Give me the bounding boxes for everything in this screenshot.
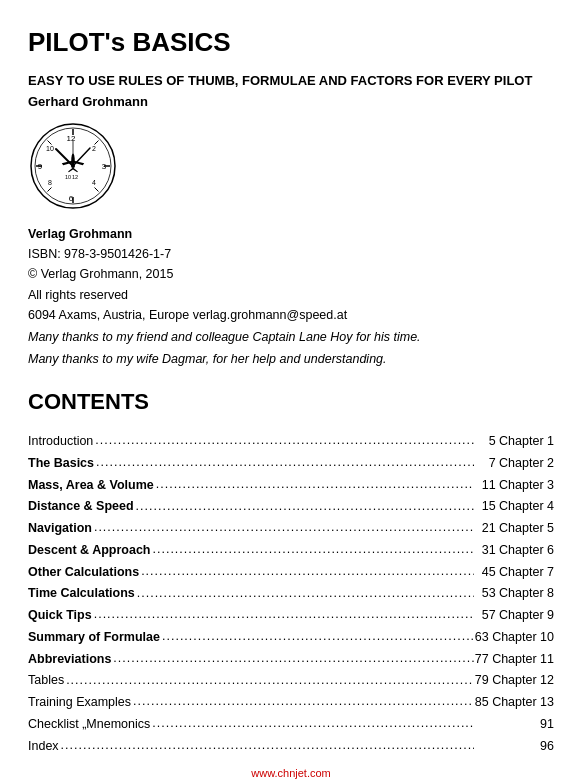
toc-entry-name: Index <box>28 737 59 755</box>
toc-dots: ........................................… <box>64 671 474 690</box>
author: Gerhard Grohmann <box>28 93 554 112</box>
toc-entry-name: Navigation <box>28 519 92 537</box>
toc-dots: ........................................… <box>150 714 474 733</box>
toc-page-number: 7 Chapter 2 <box>474 454 554 472</box>
toc-page-number: 31 Chapter 6 <box>474 541 554 559</box>
toc-entry-name: Introduction <box>28 432 93 450</box>
toc-entry-name: Quick Tips <box>28 606 92 624</box>
footer-url: www.chnjet.com <box>28 766 554 779</box>
svg-text:8: 8 <box>48 179 52 186</box>
toc-page-number: 79 Chapter 12 <box>474 671 554 689</box>
toc-dots: ........................................… <box>154 475 474 494</box>
toc-entry-name: Other Calculations <box>28 563 139 581</box>
toc-item: Abbreviations...........................… <box>28 647 554 669</box>
toc-item: Index...................................… <box>28 734 554 756</box>
toc-page-number: 45 Chapter 7 <box>474 563 554 581</box>
toc-dots: ........................................… <box>160 627 474 646</box>
toc-entry-name: Abbreviations <box>28 650 111 668</box>
svg-text:3: 3 <box>102 162 107 171</box>
toc-page-number: 63 Chapter 10 <box>474 628 554 646</box>
toc-item: Tables..................................… <box>28 669 554 691</box>
toc-dots: ........................................… <box>111 649 474 668</box>
svg-text:4: 4 <box>92 179 96 186</box>
toc-dots: ........................................… <box>92 518 474 537</box>
svg-text:9: 9 <box>38 162 43 171</box>
publisher-copyright: © Verlag Grohmann, 2015 <box>28 265 554 283</box>
svg-text:10: 10 <box>46 145 54 152</box>
svg-text:2: 2 <box>92 145 96 152</box>
toc-dots: ........................................… <box>139 562 474 581</box>
toc-page-number: 91 <box>474 715 554 733</box>
svg-point-26 <box>71 164 75 168</box>
toc-dots: ........................................… <box>94 453 474 472</box>
toc-entry-name: The Basics <box>28 454 94 472</box>
toc-page-number: 96 <box>474 737 554 755</box>
toc-dots: ........................................… <box>93 431 474 450</box>
toc-item: Checklist „Mnemonics....................… <box>28 713 554 735</box>
toc-page-number: 21 Chapter 5 <box>474 519 554 537</box>
toc-entry-name: Training Examples <box>28 693 131 711</box>
toc-dots: ........................................… <box>135 584 474 603</box>
publisher-isbn: ISBN: 978-3-9501426-1-7 <box>28 245 554 263</box>
toc-item: Distance & Speed........................… <box>28 495 554 517</box>
publisher-rights: All rights reserved <box>28 286 554 304</box>
toc-item: Mass, Area & Volume.....................… <box>28 473 554 495</box>
toc-dots: ........................................… <box>59 736 474 755</box>
clock-icon: 12 6 9 3 10 2 8 4 10 12 <box>28 121 118 211</box>
publisher-name: Verlag Grohmann <box>28 225 554 243</box>
logo-area: 12 6 9 3 10 2 8 4 10 12 <box>28 121 554 217</box>
svg-text:12: 12 <box>67 134 76 143</box>
toc-item: Other Calculations......................… <box>28 560 554 582</box>
toc-entry-name: Distance & Speed <box>28 497 134 515</box>
toc-item: Navigation..............................… <box>28 517 554 539</box>
toc-page-number: 53 Chapter 8 <box>474 584 554 602</box>
toc-item: Descent & Approach......................… <box>28 539 554 561</box>
toc-item: Time Calculations.......................… <box>28 582 554 604</box>
toc-item: Summary of Formulae.....................… <box>28 626 554 648</box>
toc-dots: ........................................… <box>150 540 474 559</box>
book-title: PILOT's BASICS <box>28 24 554 62</box>
toc-entry-name: Summary of Formulae <box>28 628 160 646</box>
toc-item: Introduction............................… <box>28 430 554 452</box>
toc-entry-name: Checklist „Mnemonics <box>28 715 150 733</box>
toc-item: The Basics..............................… <box>28 452 554 474</box>
toc-page-number: 5 Chapter 1 <box>474 432 554 450</box>
toc-entry-name: Tables <box>28 671 64 689</box>
svg-text:10: 10 <box>65 174 71 180</box>
publisher-address: 6094 Axams, Austria, Europe verlag.grohm… <box>28 306 554 324</box>
toc-entry-name: Descent & Approach <box>28 541 150 559</box>
svg-text:6: 6 <box>69 194 74 203</box>
toc-page-number: 57 Chapter 9 <box>474 606 554 624</box>
acknowledgement-1: Many thanks to my friend and colleague C… <box>28 328 554 346</box>
toc-item: Training Examples.......................… <box>28 691 554 713</box>
acknowledgement-2: Many thanks to my wife Dagmar, for her h… <box>28 350 554 368</box>
toc-item: Quick Tips..............................… <box>28 604 554 626</box>
contents-title: CONTENTS <box>28 386 554 418</box>
toc-dots: ........................................… <box>134 497 474 516</box>
toc-entry-name: Time Calculations <box>28 584 135 602</box>
toc-dots: ........................................… <box>92 605 474 624</box>
toc-page-number: 11 Chapter 3 <box>474 476 554 494</box>
toc-page-number: 77 Chapter 11 <box>474 650 554 668</box>
toc-dots: ........................................… <box>131 692 474 711</box>
toc-container: Introduction............................… <box>28 430 554 756</box>
subtitle: EASY TO USE RULES OF THUMB, FORMULAE AND… <box>28 72 554 91</box>
svg-text:12: 12 <box>72 174 78 180</box>
toc-page-number: 15 Chapter 4 <box>474 497 554 515</box>
toc-page-number: 85 Chapter 13 <box>474 693 554 711</box>
toc-entry-name: Mass, Area & Volume <box>28 476 154 494</box>
